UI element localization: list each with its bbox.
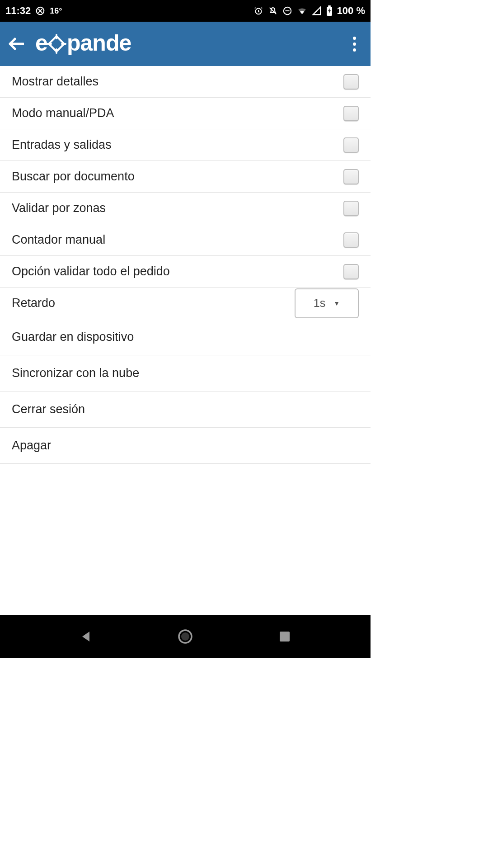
dot-icon bbox=[353, 42, 356, 46]
status-left: 11:32 16° bbox=[5, 5, 62, 17]
dot-icon bbox=[353, 48, 356, 52]
arrow-left-icon bbox=[9, 38, 24, 50]
alarm-icon bbox=[253, 6, 263, 16]
delay-value: 1s bbox=[314, 297, 325, 310]
status-right: 100 % bbox=[253, 5, 365, 17]
app-bar-left: e pande bbox=[8, 30, 144, 58]
notifications-off-icon bbox=[268, 6, 278, 16]
setting-label: Entradas y salidas bbox=[12, 138, 343, 152]
android-nav-bar bbox=[0, 615, 371, 658]
action-label: Apagar bbox=[12, 439, 359, 453]
svg-text:e: e bbox=[35, 30, 47, 56]
setting-label: Mostrar detalles bbox=[12, 75, 343, 89]
checkbox[interactable] bbox=[343, 74, 359, 90]
action-label: Cerrar sesión bbox=[12, 402, 359, 416]
setting-validate-by-zones[interactable]: Validar por zonas bbox=[0, 193, 371, 224]
action-sync-cloud[interactable]: Sincronizar con la nube bbox=[0, 355, 371, 392]
battery-charging-icon bbox=[326, 5, 333, 16]
settings-list: Mostrar detalles Modo manual/PDA Entrada… bbox=[0, 66, 371, 464]
do-not-disturb-icon bbox=[282, 6, 292, 16]
cell-signal-icon bbox=[312, 6, 322, 16]
svg-point-8 bbox=[181, 632, 189, 641]
action-save-device[interactable]: Guardar en dispositivo bbox=[0, 319, 371, 355]
wifi-icon bbox=[297, 6, 307, 16]
setting-label: Retardo bbox=[12, 296, 295, 310]
nav-home-button[interactable] bbox=[174, 626, 196, 647]
setting-delay: Retardo 1s ▼ bbox=[0, 288, 371, 319]
checkbox[interactable] bbox=[343, 232, 359, 248]
sync-icon bbox=[35, 6, 45, 16]
setting-label: Contador manual bbox=[12, 233, 343, 247]
checkbox[interactable] bbox=[343, 169, 359, 184]
back-button[interactable] bbox=[8, 36, 24, 52]
expande-logo-icon: e pande bbox=[35, 30, 144, 58]
setting-manual-counter[interactable]: Contador manual bbox=[0, 224, 371, 256]
checkbox[interactable] bbox=[343, 201, 359, 216]
nav-back-button[interactable] bbox=[75, 626, 97, 647]
triangle-back-icon bbox=[80, 630, 92, 643]
action-shutdown[interactable]: Apagar bbox=[0, 428, 371, 464]
app-logo: e pande bbox=[35, 30, 144, 58]
svg-text:pande: pande bbox=[67, 30, 131, 56]
setting-search-by-document[interactable]: Buscar por documento bbox=[0, 161, 371, 193]
checkbox[interactable] bbox=[343, 137, 359, 153]
setting-label: Buscar por documento bbox=[12, 170, 343, 184]
nav-recent-button[interactable] bbox=[274, 626, 296, 647]
setting-label: Validar por zonas bbox=[12, 201, 343, 215]
setting-label: Modo manual/PDA bbox=[12, 106, 343, 120]
app-bar: e pande bbox=[0, 22, 371, 66]
setting-validate-whole-order[interactable]: Opción validar todo el pedido bbox=[0, 256, 371, 288]
action-label: Guardar en dispositivo bbox=[12, 330, 359, 344]
android-status-bar: 11:32 16° 100 % bbox=[0, 0, 371, 22]
delay-select[interactable]: 1s ▼ bbox=[295, 288, 359, 318]
square-recent-icon bbox=[279, 631, 291, 642]
setting-manual-mode-pda[interactable]: Modo manual/PDA bbox=[0, 98, 371, 129]
svg-rect-9 bbox=[280, 632, 290, 642]
circle-home-icon bbox=[178, 629, 193, 644]
setting-label: Opción validar todo el pedido bbox=[12, 264, 343, 278]
overflow-menu-button[interactable] bbox=[346, 36, 362, 52]
action-label: Sincronizar con la nube bbox=[12, 366, 359, 380]
status-time: 11:32 bbox=[5, 5, 31, 17]
svg-rect-4 bbox=[328, 5, 331, 7]
dot-icon bbox=[353, 37, 356, 40]
checkbox[interactable] bbox=[343, 264, 359, 279]
chevron-down-icon: ▼ bbox=[333, 300, 340, 307]
status-temperature: 16° bbox=[50, 6, 62, 16]
checkbox[interactable] bbox=[343, 106, 359, 121]
setting-inputs-outputs[interactable]: Entradas y salidas bbox=[0, 129, 371, 161]
setting-show-details[interactable]: Mostrar detalles bbox=[0, 66, 371, 98]
status-battery-percent: 100 % bbox=[337, 5, 365, 17]
action-logout[interactable]: Cerrar sesión bbox=[0, 392, 371, 428]
